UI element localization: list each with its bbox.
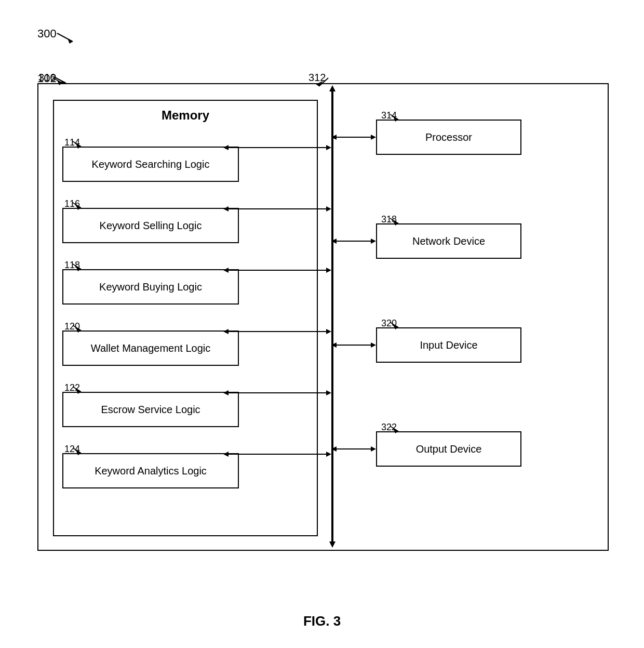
svg-marker-42 xyxy=(371,239,376,244)
arrow-114 xyxy=(61,137,77,148)
arrow-300 xyxy=(37,27,79,48)
svg-marker-45 xyxy=(326,268,331,273)
input-device-box: Input Device xyxy=(376,327,521,363)
arrow-316 xyxy=(38,72,64,87)
wallet-management-logic-box: Wallet Management Logic xyxy=(62,330,239,366)
keyword-selling-logic-label: Keyword Selling Logic xyxy=(100,220,202,232)
arrow-120 xyxy=(61,321,77,332)
svg-marker-57 xyxy=(326,452,331,457)
page: 300 102 316 312 Memory xyxy=(0,0,644,648)
processor-box: Processor xyxy=(376,120,521,155)
svg-marker-54 xyxy=(326,390,331,395)
memory-title: Memory xyxy=(54,108,317,123)
arrow-118 xyxy=(61,260,77,270)
escrow-service-logic-label: Escrow Service Logic xyxy=(101,404,200,416)
network-device-box: Network Device xyxy=(376,223,521,259)
keyword-searching-logic-label: Keyword Searching Logic xyxy=(92,158,210,170)
arrow-318 xyxy=(379,214,394,224)
outer-box: 316 312 Memory 114 Keywo xyxy=(37,83,609,551)
bus-line xyxy=(331,100,333,536)
network-device-label: Network Device xyxy=(412,235,485,247)
svg-marker-36 xyxy=(371,135,376,140)
arrow-116 xyxy=(61,199,77,209)
fig-caption: FIG. 3 xyxy=(303,613,341,629)
memory-box: Memory 114 Keyword Searching Logic 116 K… xyxy=(53,100,318,536)
keyword-searching-logic-box: Keyword Searching Logic xyxy=(62,147,239,182)
arrow-322 xyxy=(379,422,394,432)
svg-marker-23 xyxy=(329,541,336,548)
keyword-analytics-logic-box: Keyword Analytics Logic xyxy=(62,453,239,488)
keyword-buying-logic-box: Keyword Buying Logic xyxy=(62,269,239,305)
keyword-analytics-logic-label: Keyword Analytics Logic xyxy=(95,465,207,477)
output-device-label: Output Device xyxy=(416,443,482,455)
bus-arrow-down xyxy=(326,529,339,548)
svg-marker-39 xyxy=(326,206,331,211)
arrow-122 xyxy=(61,382,77,393)
wallet-management-logic-label: Wallet Management Logic xyxy=(91,342,211,354)
svg-marker-21 xyxy=(329,85,336,91)
svg-marker-48 xyxy=(326,329,331,334)
keyword-buying-logic-label: Keyword Buying Logic xyxy=(99,281,202,293)
svg-marker-33 xyxy=(326,145,331,150)
processor-label: Processor xyxy=(425,131,472,143)
bus-arrow-up xyxy=(326,85,339,104)
arrow-320 xyxy=(379,318,394,328)
output-device-box: Output Device xyxy=(376,431,521,467)
input-device-label: Input Device xyxy=(420,339,477,351)
escrow-service-logic-box: Escrow Service Logic xyxy=(62,392,239,427)
arrow-314 xyxy=(379,110,394,121)
svg-marker-60 xyxy=(371,446,376,452)
keyword-selling-logic-box: Keyword Selling Logic xyxy=(62,208,239,243)
svg-marker-51 xyxy=(371,342,376,348)
arrow-124 xyxy=(61,444,77,454)
